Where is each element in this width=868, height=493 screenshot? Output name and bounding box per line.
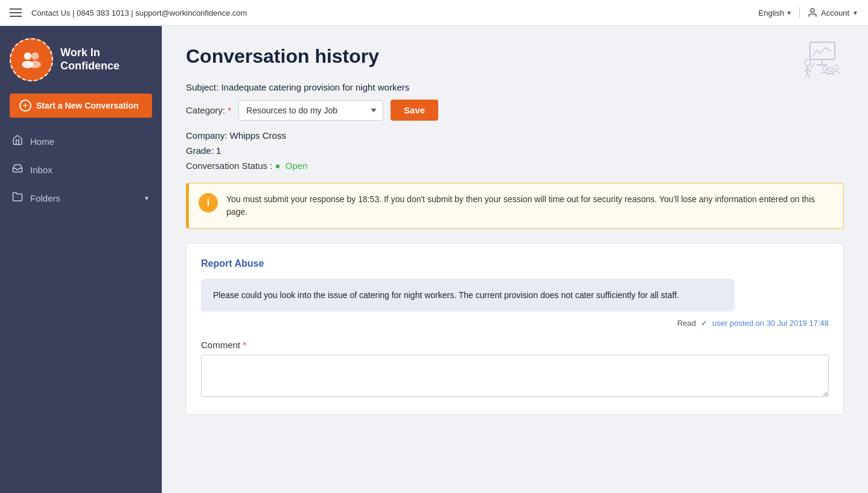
sidebar-item-inbox[interactable]: Inbox bbox=[0, 156, 162, 184]
category-label: Category: * bbox=[186, 105, 231, 115]
svg-point-8 bbox=[805, 60, 811, 66]
read-label: Read bbox=[677, 319, 696, 328]
svg-point-1 bbox=[24, 52, 31, 60]
company-line: Company: Whipps Cross bbox=[186, 130, 844, 141]
comment-textarea[interactable] bbox=[201, 355, 829, 397]
account-menu[interactable]: Account ▼ bbox=[807, 7, 858, 18]
top-bar: Contact Us | 0845 383 1013 | support@wor… bbox=[0, 0, 868, 26]
svg-line-12 bbox=[805, 73, 808, 78]
svg-point-16 bbox=[828, 67, 833, 72]
warning-banner: i You must submit your response by 18:53… bbox=[186, 183, 844, 229]
category-row: Category: * Resources to do my JobWork E… bbox=[186, 100, 844, 121]
svg-line-11 bbox=[808, 69, 811, 72]
message-meta: Read ✓ user posted on 30 Jul 2019 17:48 bbox=[201, 319, 829, 328]
svg-line-13 bbox=[808, 73, 810, 78]
comment-required-star: * bbox=[243, 340, 246, 350]
logo-text: Work In Confidence bbox=[60, 46, 120, 72]
sidebar-nav: Home Inbox Folde bbox=[0, 127, 162, 212]
svg-point-4 bbox=[29, 61, 40, 68]
divider bbox=[799, 7, 800, 19]
warning-text: You must submit your response by 18:53. … bbox=[226, 193, 834, 218]
report-abuse-title: Report Abuse bbox=[201, 258, 829, 269]
status-line: Conversation Status : ● Open bbox=[186, 161, 844, 171]
header-area: Conversation history bbox=[186, 45, 844, 68]
sidebar-logo: Work In Confidence bbox=[0, 26, 162, 94]
home-icon bbox=[12, 135, 23, 148]
comment-section: Comment * bbox=[201, 340, 829, 399]
checkmark-icon: ✓ bbox=[701, 319, 707, 328]
required-star: * bbox=[228, 105, 231, 115]
subject-label: Subject: bbox=[186, 82, 219, 92]
category-select[interactable]: Resources to do my JobWork EnvironmentMa… bbox=[238, 100, 383, 121]
top-bar-left: Contact Us | 0845 383 1013 | support@wor… bbox=[10, 8, 247, 17]
svg-point-0 bbox=[811, 8, 814, 12]
page-title: Conversation history bbox=[186, 45, 844, 68]
status-value: Open bbox=[286, 161, 308, 171]
plus-circle-icon: + bbox=[19, 100, 31, 112]
svg-line-10 bbox=[805, 69, 808, 72]
main-layout: Work In Confidence + Start a New Convers… bbox=[0, 26, 868, 493]
subject-line: Subject: Inadequate catering provision f… bbox=[186, 82, 844, 92]
hamburger-menu-icon[interactable] bbox=[10, 8, 22, 17]
sidebar: Work In Confidence + Start a New Convers… bbox=[0, 26, 162, 493]
sidebar-item-folders[interactable]: Folders ▼ bbox=[0, 184, 162, 212]
save-button[interactable]: Save bbox=[391, 100, 438, 121]
svg-line-14 bbox=[811, 63, 814, 69]
folders-icon bbox=[12, 191, 23, 205]
warning-icon: i bbox=[199, 193, 218, 212]
header-illustration bbox=[771, 33, 844, 90]
sidebar-item-home[interactable]: Home bbox=[0, 127, 162, 156]
account-icon bbox=[807, 7, 818, 18]
top-bar-right: English ▼ Account ▼ bbox=[759, 7, 858, 19]
message-bubble: Please could you look into the issue of … bbox=[201, 279, 735, 311]
svg-point-15 bbox=[823, 66, 828, 71]
svg-point-17 bbox=[834, 65, 839, 70]
posted-link[interactable]: user posted on 30 Jul 2019 17:48 bbox=[712, 319, 829, 328]
language-chevron-icon: ▼ bbox=[786, 10, 792, 16]
account-chevron-icon: ▼ bbox=[852, 10, 858, 16]
main-content: Conversation history bbox=[162, 26, 868, 493]
language-selector[interactable]: English ▼ bbox=[759, 8, 793, 17]
grade-line: Grade: 1 bbox=[186, 145, 844, 156]
subject-value[interactable]: Inadequate catering provision for night … bbox=[221, 82, 409, 92]
new-conversation-button[interactable]: + Start a New Conversation bbox=[10, 94, 152, 118]
conversation-card: Report Abuse Please could you look into … bbox=[186, 243, 844, 415]
inbox-icon bbox=[12, 163, 23, 177]
logo-people-icon bbox=[18, 46, 45, 73]
comment-label: Comment * bbox=[201, 340, 829, 350]
status-dot-icon: ● bbox=[275, 161, 281, 171]
message-text: Please could you look into the issue of … bbox=[213, 290, 679, 300]
folders-inner: Folders bbox=[12, 191, 60, 205]
folders-chevron-icon: ▼ bbox=[144, 195, 150, 202]
contact-info: Contact Us | 0845 383 1013 | support@wor… bbox=[31, 8, 247, 17]
svg-point-2 bbox=[31, 52, 39, 60]
logo-circle bbox=[10, 38, 53, 81]
